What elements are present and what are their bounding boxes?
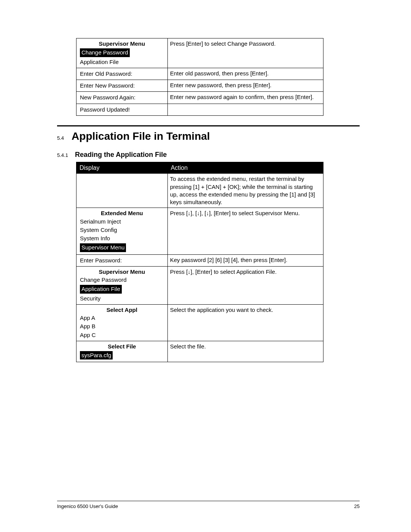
section-number: 5.4 [57,135,64,141]
display-cell: Password Updated! [76,104,168,115]
display-cell: Supervisor MenuChange PasswordApplicatio… [76,266,168,304]
action-cell: Select the application you want to check… [167,304,323,341]
display-line: Change Password [79,276,165,284]
display-line: New Password Again: [79,93,165,102]
display-line: Supervisor Menu [79,243,165,252]
display-cell: Supervisor MenuChange PasswordApplicatio… [76,38,168,68]
footer-left: Ingenico 6500 User's Guide [57,503,118,509]
display-cell: Enter New Password: [76,80,168,92]
table-change-password: Supervisor MenuChange PasswordApplicatio… [76,38,323,116]
display-cell: Enter Password: [76,254,168,266]
highlighted-item: sysPara.cfg [80,351,113,359]
display-line: App A [79,314,165,322]
display-line: Serialnum Inject [79,217,165,226]
display-line: Change Password [79,48,165,58]
table-row: New Password Again:Enter new password ag… [76,92,323,104]
action-cell: Press [↓], [↓], [↓], [Enter] to select S… [167,208,323,254]
display-line: Password Updated! [79,105,165,114]
table-row: Supervisor MenuChange PasswordApplicatio… [76,266,323,304]
header-action: Action [167,162,323,174]
table-row: Enter Password:Key password [2] [6] [3] … [76,254,323,266]
action-cell: Key password [2] [6] [3] [4], then press… [167,254,323,266]
table-row: Password Updated! [76,104,323,115]
action-cell: Select the file. [167,341,323,362]
highlighted-item: Application File [80,285,122,293]
display-title: Extended Menu [79,209,165,217]
table-row: Enter New Password:Enter new password, t… [76,80,323,92]
display-cell: Extended MenuSerialnum InjectSystem Conf… [76,208,168,254]
display-title: Supervisor Menu [79,268,165,276]
display-cell: Select ApplApp AApp BApp C [76,304,168,341]
display-line: App C [79,331,165,339]
display-line: Security [79,294,165,303]
display-line: Application File [79,58,165,66]
display-title: Supervisor Menu [79,40,165,48]
section-divider [57,125,360,126]
highlighted-item: Supervisor Menu [80,243,126,252]
action-cell: Enter old password, then press [Enter]. [167,68,323,80]
highlighted-item: Change Password [80,48,130,57]
table-row: Select FilesysPara.cfgSelect the file. [76,341,323,362]
page: Supervisor MenuChange PasswordApplicatio… [0,0,411,532]
display-line: App B [79,322,165,331]
display-line: Enter Old Password: [79,70,165,78]
display-line: sysPara.cfg [79,350,165,360]
action-cell: Enter new password, then press [Enter]. [167,80,323,92]
table-row: Supervisor MenuChange PasswordApplicatio… [76,38,323,68]
display-cell [76,174,168,208]
action-cell: Press [Enter] to select Change Password. [167,38,323,68]
table-reading-app-file: Display Action To access the extended me… [76,162,323,363]
section-heading: 5.4 Application File in Terminal [57,130,360,142]
section-title: Application File in Terminal [72,130,210,142]
display-cell: Select FilesysPara.cfg [76,341,168,362]
display-line: System Info [79,234,165,243]
table-row: Enter Old Password:Enter old password, t… [76,68,323,80]
action-cell [167,104,323,115]
display-cell: New Password Again: [76,92,168,104]
display-title: Select Appl [79,306,165,314]
display-title: Select File [79,343,165,350]
table-header-row: Display Action [76,162,323,174]
table-row: Extended MenuSerialnum InjectSystem Conf… [76,208,323,254]
action-cell: To access the extended menu, restart the… [167,174,323,208]
footer-right: 25 [354,503,360,509]
subsection-number: 5.4.1 [57,152,68,158]
table-row: To access the extended menu, restart the… [76,174,323,208]
display-cell: Enter Old Password: [76,68,168,80]
display-line: Application File [79,284,165,294]
subsection-title: Reading the Application File [75,151,167,159]
display-line: Enter New Password: [79,81,165,90]
display-line: Enter Password: [79,256,165,265]
action-cell: Press [↓], [Enter] to select Application… [167,266,323,304]
action-cell: Enter new password again to confirm, the… [167,92,323,104]
header-display: Display [76,162,168,174]
table-row: Select ApplApp AApp BApp CSelect the app… [76,304,323,341]
display-line: System Config [79,226,165,234]
subsection-heading: 5.4.1 Reading the Application File [57,151,360,159]
page-footer: Ingenico 6500 User's Guide 25 [57,501,360,509]
